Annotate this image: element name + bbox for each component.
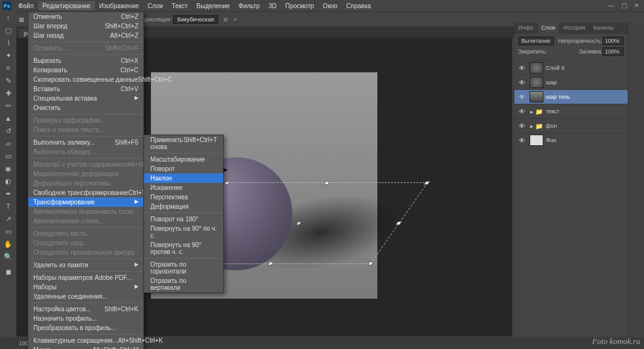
layer-name[interactable]: фон [546, 123, 625, 129]
menu-item[interactable]: Наборы▶ [28, 282, 143, 292]
menu-item[interactable]: ВырезатьCtrl+X [28, 56, 143, 65]
menu-item[interactable]: Клавиатурные сокращения...Alt+Shift+Ctrl… [28, 336, 143, 345]
submenu-item[interactable]: Отразить по вертикали [144, 276, 223, 292]
layer-name[interactable]: шар [546, 79, 625, 86]
menu-item[interactable]: Меню...Alt+Shift+Ctrl+M [28, 345, 143, 349]
submenu-item[interactable]: Масштабирование [144, 155, 223, 164]
submenu-item[interactable]: Применить сноваShift+Ctrl+T [144, 135, 223, 152]
visibility-toggle[interactable]: 👁 [517, 94, 527, 101]
menu-изображение[interactable]: Изображение [95, 1, 143, 11]
lasso-tool[interactable]: ⌇ [0, 36, 16, 49]
menu-item[interactable]: Назначить профиль... [28, 314, 143, 323]
minimize-button[interactable]: — [605, 0, 618, 10]
handle-top-center[interactable] [324, 181, 330, 185]
menu-выделение[interactable]: Выделение [192, 1, 234, 11]
menu-item[interactable]: Шаг впередShift+Ctrl+Z [28, 21, 143, 31]
stamp-tool[interactable]: ▲ [0, 112, 16, 125]
brush-tool[interactable]: ✏ [0, 99, 16, 112]
menu-item[interactable]: Удаленные соединения... [28, 292, 143, 301]
layer-row[interactable]: 👁▸ 📁текст [514, 104, 628, 118]
blend-mode-select[interactable]: Вычитание [518, 36, 554, 45]
path-tool[interactable]: ↗ [0, 213, 16, 225]
menu-item[interactable]: Трансформирование▶ [28, 197, 143, 207]
visibility-toggle[interactable]: 👁 [517, 65, 527, 72]
menu-текст[interactable]: Текст [167, 1, 192, 11]
folder-icon[interactable]: ▸ 📁 [530, 106, 543, 117]
menu-item[interactable]: КопироватьCtrl+C [28, 65, 143, 75]
menu-просмотр[interactable]: Просмотр [281, 1, 319, 11]
menu-слои[interactable]: Слои [143, 1, 167, 11]
menu-справка[interactable]: Справка [342, 1, 375, 11]
interp-select[interactable]: Бикубическая [173, 15, 218, 24]
blur-tool[interactable]: ◉ [0, 162, 16, 175]
edit-menu-dropdown[interactable]: ОтменитьCtrl+ZШаг впередShift+Ctrl+ZШаг … [28, 11, 144, 349]
layer-row[interactable]: 👁Слой 8 [514, 60, 628, 75]
layer-name[interactable]: текст [546, 108, 625, 114]
submenu-item[interactable]: Наклон [144, 174, 223, 183]
layer-row[interactable]: 👁Фон [514, 133, 628, 147]
layer-name[interactable]: шар тень [546, 94, 625, 100]
dodge-tool[interactable]: ◐ [0, 175, 16, 187]
menu-item[interactable]: Свободное трансформированиеCtrl+T [28, 188, 143, 197]
menu-item[interactable]: Специальная вставка▶ [28, 94, 143, 103]
layer-thumbnail[interactable] [530, 91, 543, 102]
menu-item[interactable]: Настройка цветов...Shift+Ctrl+K [28, 304, 143, 314]
color-swatch[interactable]: ◼ [0, 265, 16, 278]
visibility-toggle[interactable]: 👁 [517, 108, 527, 115]
menu-item[interactable]: Выполнить заливку...Shift+F5 [28, 138, 143, 147]
layer-row[interactable]: 👁▸ 📁фон [514, 118, 628, 133]
menu-окно[interactable]: Окно [318, 1, 341, 11]
panel-tab[interactable]: Каналы [590, 23, 618, 34]
maximize-button[interactable]: ▢ [618, 0, 630, 10]
zoom-tool[interactable]: 🔍 [0, 250, 16, 263]
folder-icon[interactable]: ▸ 📁 [530, 120, 543, 131]
submenu-item[interactable]: Поворот [144, 164, 223, 174]
submenu-item[interactable]: Перспектива [144, 192, 223, 202]
menu-item[interactable]: Шаг назадAlt+Ctrl+Z [28, 31, 143, 40]
submenu-item[interactable]: Поворот на 180° [144, 214, 223, 224]
move-tool[interactable]: ↕ [0, 11, 16, 24]
pen-tool[interactable]: ✒ [0, 187, 16, 200]
panel-tab[interactable]: Инфо [514, 23, 538, 34]
layer-row[interactable]: 👁шар [514, 75, 628, 89]
layer-name[interactable]: Фон [546, 137, 625, 143]
close-button[interactable]: ✕ [630, 0, 643, 10]
visibility-toggle[interactable]: 👁 [517, 79, 527, 86]
gradient-tool[interactable]: ▭ [0, 150, 16, 162]
crop-tool[interactable]: ⌗ [0, 62, 16, 74]
handle-bottom-right[interactable] [367, 262, 374, 265]
transform-submenu[interactable]: Применить сноваShift+Ctrl+TМасштабирован… [143, 135, 224, 293]
panel-dock[interactable] [628, 23, 644, 336]
menu-редактирование[interactable]: Редактирование [38, 1, 95, 11]
commit-transform-icon[interactable]: ✓ [233, 16, 238, 23]
submenu-item[interactable]: Повернуть на 90° против ч. с. [144, 240, 223, 257]
menu-фильтр[interactable]: Фильтр [234, 1, 264, 11]
eraser-tool[interactable]: ▱ [0, 137, 16, 150]
eyedropper-tool[interactable]: ✎ [0, 74, 16, 87]
layer-thumbnail[interactable] [530, 62, 543, 74]
menu-item[interactable]: Преобразовать в профиль... [28, 323, 143, 333]
hand-tool[interactable]: ✋ [0, 238, 16, 250]
menu-item[interactable]: ВставитьCtrl+V [28, 84, 143, 94]
layer-thumbnail[interactable] [530, 135, 543, 146]
healing-tool[interactable]: ✚ [0, 87, 16, 99]
panel-tab[interactable]: Слои [538, 23, 560, 34]
menu-item[interactable]: Скопировать совмещенные данныеShift+Ctrl… [28, 75, 143, 84]
wand-tool[interactable]: ✦ [0, 49, 16, 62]
menu-item[interactable]: ОтменитьCtrl+Z [28, 12, 143, 21]
layer-thumbnail[interactable] [530, 77, 543, 88]
cancel-transform-icon[interactable]: ⊘ [223, 16, 228, 23]
marquee-tool[interactable]: ▢ [0, 24, 16, 36]
shape-tool[interactable]: ▭ [0, 225, 16, 238]
menu-item[interactable]: Наборы параметров Adobe PDF... [28, 273, 143, 282]
menu-файл[interactable]: Файл [14, 1, 38, 11]
handle-top-right[interactable] [424, 181, 430, 185]
panel-tab[interactable]: История [560, 23, 590, 34]
history-brush-tool[interactable]: ↺ [0, 125, 16, 137]
visibility-toggle[interactable]: 👁 [517, 123, 527, 130]
layer-name[interactable]: Слой 8 [546, 65, 625, 71]
submenu-item[interactable]: Повернуть на 90° по ч. с. [144, 224, 223, 240]
menu-3d[interactable]: 3D [264, 1, 281, 11]
menu-item[interactable]: Удалить из памяти▶ [28, 260, 143, 270]
type-tool[interactable]: T [0, 200, 16, 213]
